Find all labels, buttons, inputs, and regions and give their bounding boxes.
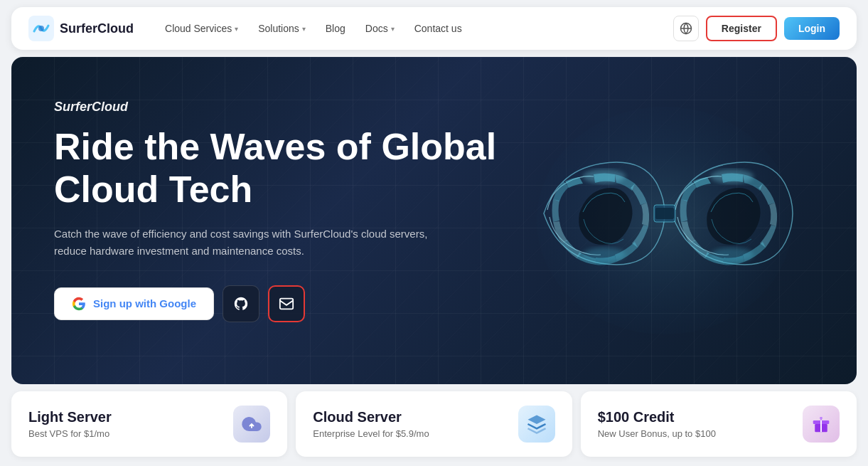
card-info: Light Server Best VPS for $1/mo	[28, 409, 112, 439]
svg-point-8	[583, 248, 626, 262]
card-title: Cloud Server	[313, 409, 429, 425]
login-button[interactable]: Login	[784, 17, 840, 40]
hero-section: SurferCloud Ride the Waves of Global Clo…	[11, 57, 857, 384]
card-title: Light Server	[28, 409, 112, 425]
logo-text: SurferCloud	[60, 21, 134, 36]
cloud-server-card[interactable]: Cloud Server Enterprise Level for $5.9/m…	[296, 391, 572, 457]
nav-links: Cloud Services ▾ Solutions ▾ Blog Docs ▾…	[156, 17, 673, 40]
cloud-icon	[233, 406, 270, 443]
svg-point-1	[38, 26, 44, 31]
navbar: SurferCloud Cloud Services ▾ Solutions ▾…	[11, 7, 857, 50]
cards-row: Light Server Best VPS for $1/mo Cloud Se…	[0, 391, 868, 457]
svg-point-6	[583, 169, 626, 184]
credit-card[interactable]: $100 Credit New User Bonus, up to $100	[581, 391, 857, 457]
email-button[interactable]	[268, 285, 305, 322]
card-info: $100 Credit New User Bonus, up to $100	[598, 409, 716, 439]
email-icon	[279, 296, 294, 312]
light-server-card[interactable]: Light Server Best VPS for $1/mo	[11, 391, 287, 457]
chevron-down-icon: ▾	[302, 25, 306, 33]
github-icon	[233, 296, 249, 312]
layers-svg	[526, 413, 547, 435]
hero-title: Ride the Waves of Global Cloud Tech	[54, 126, 509, 211]
chevron-down-icon: ▾	[235, 25, 238, 33]
nav-solutions[interactable]: Solutions ▾	[250, 17, 314, 40]
gift-icon	[803, 406, 840, 443]
cloud-svg	[241, 413, 262, 435]
svg-rect-5	[655, 208, 674, 219]
nav-contact[interactable]: Contact us	[406, 17, 471, 40]
sign-up-google-button[interactable]: Sign up with Google	[54, 287, 214, 320]
gift-svg	[810, 413, 832, 435]
google-icon	[72, 297, 86, 311]
hero-actions: Sign up with Google	[54, 285, 509, 322]
nav-blog[interactable]: Blog	[317, 17, 354, 40]
register-button[interactable]: Register	[706, 16, 777, 41]
card-subtitle: Enterprise Level for $5.9/mo	[313, 428, 429, 439]
github-button[interactable]	[223, 285, 259, 322]
card-title: $100 Credit	[598, 409, 716, 425]
sign-up-google-label: Sign up with Google	[93, 297, 196, 309]
logo-icon	[28, 16, 54, 41]
card-info: Cloud Server Enterprise Level for $5.9/m…	[313, 409, 429, 439]
svg-point-9	[711, 248, 754, 262]
card-subtitle: Best VPS for $1/mo	[28, 428, 112, 439]
hero-content: SurferCloud Ride the Waves of Global Clo…	[11, 57, 552, 351]
card-subtitle: New User Bonus, up to $100	[598, 428, 716, 439]
svg-point-7	[711, 169, 754, 184]
hero-subtitle: Catch the wave of efficiency and cost sa…	[54, 226, 452, 260]
globe-icon	[680, 22, 692, 35]
chevron-down-icon: ▾	[391, 25, 395, 33]
logo-link[interactable]: SurferCloud	[28, 16, 134, 41]
nav-cloud-services[interactable]: Cloud Services ▾	[156, 17, 247, 40]
nav-actions: Register Login	[673, 16, 840, 41]
svg-rect-10	[280, 298, 293, 309]
language-icon-button[interactable]	[673, 16, 699, 41]
layers-icon	[518, 406, 555, 443]
nav-docs[interactable]: Docs ▾	[357, 17, 403, 40]
hero-brand: SurferCloud	[54, 100, 509, 115]
